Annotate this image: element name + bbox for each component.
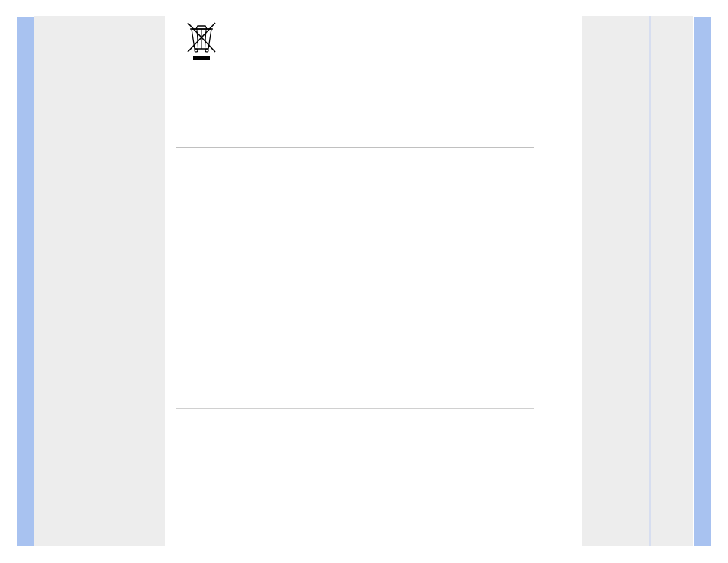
right-margin-stripe xyxy=(694,17,711,546)
weee-crossed-bin-icon xyxy=(186,21,217,61)
left-grey-panel xyxy=(34,16,165,546)
horizontal-rule-2 xyxy=(176,408,534,409)
svg-point-3 xyxy=(195,49,198,52)
svg-point-4 xyxy=(205,49,208,52)
horizontal-rule-1 xyxy=(176,147,534,148)
right-grey-panel-a xyxy=(582,16,649,546)
left-margin-stripe xyxy=(17,17,34,546)
document-page xyxy=(0,0,728,563)
main-content-area xyxy=(165,0,582,563)
svg-rect-7 xyxy=(193,56,210,60)
right-grey-panel-b xyxy=(651,16,693,546)
